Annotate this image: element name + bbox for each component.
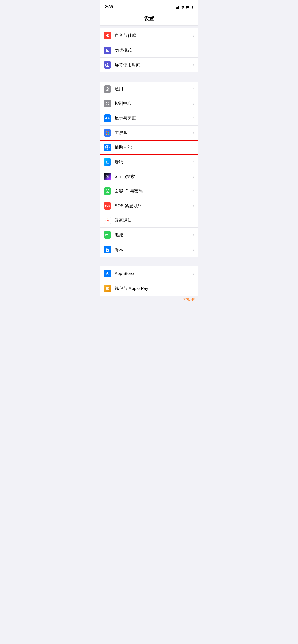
battery-setting-icon (104, 231, 111, 239)
svg-rect-43 (106, 234, 108, 235)
faceid-chevron: › (193, 189, 194, 193)
screentime-chevron: › (193, 63, 194, 67)
battery-chevron: › (193, 233, 194, 237)
svg-point-4 (107, 89, 108, 90)
control-chevron: › (193, 101, 194, 106)
svg-point-37 (107, 190, 107, 191)
svg-rect-25 (106, 134, 107, 135)
svg-rect-8 (108, 104, 109, 105)
spacer-2 (100, 257, 198, 266)
svg-rect-18 (108, 131, 108, 132)
screentime-icon (104, 61, 111, 69)
siri-icon (104, 173, 111, 180)
signal-bar-1 (175, 8, 175, 9)
settings-item-sos[interactable]: SOS SOS 紧急联络 › (100, 198, 198, 213)
wallpaper-label: 墙纸 (115, 159, 193, 165)
display-chevron: › (193, 116, 194, 120)
wallpaper-icon (104, 158, 111, 166)
settings-item-faceid[interactable]: 面容 ID 与密码 › (100, 184, 198, 198)
exposure-label: 暴露通知 (115, 217, 193, 223)
wallet-label: 钱包与 Apple Pay (115, 286, 193, 291)
battery-icon (186, 6, 193, 9)
accessibility-chevron: › (193, 145, 194, 150)
svg-point-33 (106, 161, 108, 163)
dnd-chevron: › (193, 48, 194, 53)
appstore-label: App Store (115, 271, 193, 276)
settings-item-control[interactable]: 控制中心 › (100, 96, 198, 111)
home-label: 主屏幕 (115, 130, 193, 136)
settings-section-2: 通用 › 控制中心 › AA 显示与亮度 › (100, 82, 198, 257)
page-title: 设置 (144, 16, 154, 21)
svg-point-39 (107, 220, 108, 221)
settings-item-general[interactable]: 通用 › (100, 82, 198, 96)
home-icon (104, 129, 111, 137)
svg-rect-20 (108, 132, 108, 133)
wallpaper-chevron: › (193, 160, 194, 164)
settings-item-screentime[interactable]: 屏幕使用时间 › (100, 58, 198, 72)
general-label: 通用 (115, 86, 193, 92)
sos-chevron: › (193, 204, 194, 208)
svg-rect-45 (107, 250, 108, 251)
svg-rect-24 (106, 134, 106, 135)
settings-item-battery[interactable]: 电池 › (100, 228, 198, 242)
svg-rect-22 (106, 133, 106, 134)
settings-item-siri[interactable]: Siri 与搜索 › (100, 169, 198, 184)
sos-label: SOS 紧急联络 (115, 203, 193, 209)
settings-item-home[interactable]: 主屏幕 › (100, 126, 198, 140)
siri-chevron: › (193, 174, 194, 179)
status-icons (175, 5, 193, 9)
sound-label: 声音与触感 (115, 33, 193, 38)
privacy-label: 隐私 (115, 247, 193, 253)
svg-rect-16 (106, 132, 106, 133)
dnd-icon (104, 47, 111, 54)
accessibility-icon (104, 144, 111, 151)
svg-rect-48 (108, 288, 109, 289)
screentime-label: 屏幕使用时间 (115, 62, 193, 68)
svg-rect-2 (107, 63, 108, 64)
appstore-icon (104, 270, 111, 277)
svg-rect-19 (108, 131, 109, 132)
svg-point-31 (107, 146, 108, 147)
control-icon (104, 100, 111, 107)
svg-rect-5 (106, 102, 107, 103)
settings-item-exposure[interactable]: 暴露通知 › (100, 213, 198, 228)
svg-point-36 (107, 176, 108, 177)
svg-marker-0 (106, 34, 108, 37)
appstore-chevron: › (193, 271, 194, 276)
settings-item-privacy[interactable]: 隐私 › (100, 242, 198, 257)
settings-item-accessibility[interactable]: 辅助功能 › (100, 140, 198, 155)
signal-bar-2 (176, 7, 177, 9)
page-header: 设置 (100, 12, 198, 26)
settings-item-sound[interactable]: 声音与触感 › (100, 28, 198, 43)
svg-rect-7 (106, 104, 107, 105)
svg-rect-21 (108, 132, 109, 133)
dnd-label: 勿扰模式 (115, 47, 193, 53)
svg-rect-29 (108, 134, 109, 135)
settings-section-3: App Store › 钱包与 Apple Pay › (100, 266, 198, 296)
wallet-chevron: › (193, 286, 194, 291)
privacy-icon (104, 246, 111, 253)
sound-chevron: › (193, 33, 194, 38)
battery-label: 电池 (115, 232, 193, 238)
settings-item-wallpaper[interactable]: 墙纸 › (100, 155, 198, 169)
svg-point-38 (108, 190, 108, 191)
svg-rect-27 (108, 133, 109, 134)
settings-item-display[interactable]: AA 显示与亮度 › (100, 111, 198, 126)
general-chevron: › (193, 87, 194, 91)
siri-label: Siri 与搜索 (115, 174, 193, 179)
svg-rect-6 (108, 102, 109, 103)
settings-item-dnd[interactable]: 勿扰模式 › (100, 43, 198, 58)
status-time: 2:39 (105, 5, 113, 10)
accessibility-label: 辅助功能 (115, 144, 193, 150)
home-chevron: › (193, 131, 194, 135)
footer-text: 河南龙网 (100, 296, 198, 303)
faceid-icon (104, 187, 111, 195)
settings-item-wallet[interactable]: 钱包与 Apple Pay › (100, 281, 198, 296)
signal-icon (175, 5, 179, 9)
faceid-label: 面容 ID 与密码 (115, 188, 193, 194)
sos-icon: SOS (104, 202, 111, 210)
exposure-icon (104, 217, 111, 224)
settings-item-appstore[interactable]: App Store › (100, 266, 198, 281)
sound-icon (104, 32, 111, 39)
general-icon (104, 85, 111, 93)
